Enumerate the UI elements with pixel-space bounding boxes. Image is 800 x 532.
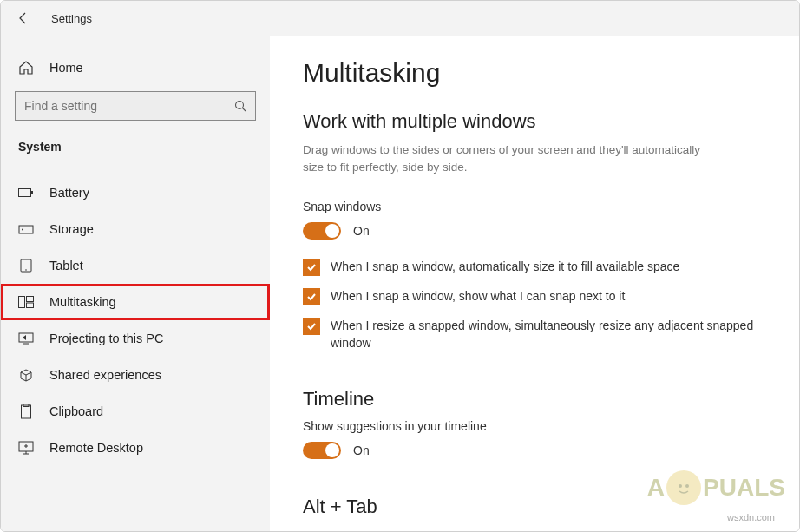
projecting-icon <box>18 331 34 346</box>
checkbox-label: When I resize a snapped window, simultan… <box>331 318 754 351</box>
section-title: Alt + Tab <box>303 496 766 518</box>
window-title: Settings <box>51 12 92 25</box>
sidebar-item-projecting[interactable]: Projecting to this PC <box>1 320 270 357</box>
sidebar-item-multitasking[interactable]: Multitasking <box>1 284 270 320</box>
svg-rect-9 <box>27 303 34 308</box>
svg-rect-7 <box>19 297 25 308</box>
multitasking-icon <box>18 294 34 310</box>
svg-rect-2 <box>31 191 33 194</box>
home-button[interactable]: Home <box>1 51 270 84</box>
timeline-suggestions-label: Show suggestions in your timeline <box>303 419 766 433</box>
sidebar-item-label: Clipboard <box>49 404 103 418</box>
section-title: Timeline <box>303 388 766 410</box>
section-title: Work with multiple windows <box>303 110 766 133</box>
search-icon <box>234 100 246 112</box>
home-icon <box>18 60 34 76</box>
timeline-suggestions-toggle[interactable] <box>303 442 341 459</box>
storage-icon <box>18 221 34 237</box>
tablet-icon <box>18 258 34 273</box>
back-button[interactable] <box>16 11 30 25</box>
content-pane: Multitasking Work with multiple windows … <box>270 36 799 531</box>
section-alttab: Alt + Tab <box>303 496 766 518</box>
sidebar-item-label: Battery <box>49 186 89 200</box>
sidebar-item-tablet[interactable]: Tablet <box>1 247 270 284</box>
section-description: Drag windows to the sides or corners of … <box>303 141 702 175</box>
snap-resize-adjacent-checkbox[interactable] <box>303 318 320 335</box>
checkbox-label: When I snap a window, show what I can sn… <box>331 288 625 305</box>
toggle-state: On <box>353 443 370 457</box>
sidebar: Home System Battery <box>1 36 270 531</box>
sidebar-item-label: Tablet <box>49 259 83 273</box>
battery-icon <box>18 185 34 200</box>
section-header-system: System <box>1 136 270 166</box>
page-title: Multitasking <box>303 58 766 88</box>
nav-group: Battery Storage Tablet <box>1 166 270 466</box>
shared-experiences-icon <box>18 367 34 383</box>
svg-rect-11 <box>22 405 31 418</box>
section-timeline: Timeline Show suggestions in your timeli… <box>303 388 766 459</box>
search-input[interactable] <box>15 91 256 121</box>
snap-windows-toggle[interactable] <box>303 222 341 240</box>
sidebar-item-remote-desktop[interactable]: Remote Desktop <box>1 430 270 466</box>
sidebar-item-label: Shared experiences <box>49 368 161 382</box>
snap-fill-space-checkbox[interactable] <box>303 259 320 276</box>
svg-rect-3 <box>19 226 33 233</box>
sidebar-item-label: Multitasking <box>49 295 116 309</box>
snap-windows-label: Snap windows <box>303 200 766 213</box>
title-bar: Settings <box>1 1 799 36</box>
svg-point-4 <box>22 229 23 231</box>
sidebar-item-clipboard[interactable]: Clipboard <box>1 393 270 430</box>
sidebar-item-label: Projecting to this PC <box>49 332 163 345</box>
checkbox-label: When I snap a window, automatically size… <box>331 259 679 276</box>
svg-point-6 <box>25 269 27 271</box>
svg-rect-1 <box>19 189 31 197</box>
search-field[interactable] <box>24 99 227 113</box>
svg-rect-8 <box>27 297 34 302</box>
section-snap: Work with multiple windows Drag windows … <box>303 110 766 351</box>
sidebar-item-storage[interactable]: Storage <box>1 211 270 247</box>
clipboard-icon <box>18 404 34 419</box>
sidebar-item-battery[interactable]: Battery <box>1 174 270 211</box>
toggle-state: On <box>353 224 370 238</box>
svg-point-0 <box>236 102 244 109</box>
remote-desktop-icon <box>18 440 34 456</box>
snap-assist-checkbox[interactable] <box>303 288 320 305</box>
sidebar-item-label: Remote Desktop <box>49 441 143 455</box>
sidebar-item-label: Storage <box>49 222 94 236</box>
home-label: Home <box>49 61 83 75</box>
sidebar-item-shared-experiences[interactable]: Shared experiences <box>1 357 270 393</box>
